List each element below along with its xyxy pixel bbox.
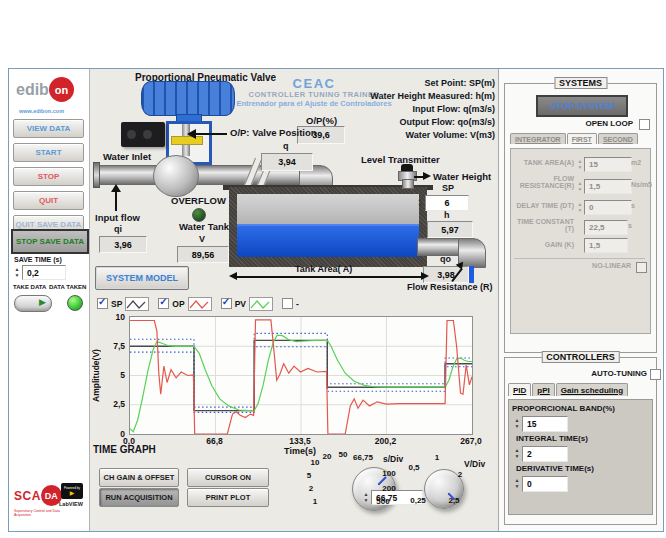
y-tick-0: 0 — [103, 429, 125, 439]
level-transmitter-cap — [401, 164, 413, 171]
time-graph-plot — [129, 316, 473, 435]
q-value: 3,94 — [261, 153, 313, 171]
systems-tab-second[interactable]: SECOND — [598, 133, 638, 144]
save-time-input[interactable]: 0,2 — [22, 265, 66, 280]
systems-tab-first[interactable]: FIRST — [567, 133, 597, 144]
it-spinner-arrows[interactable] — [513, 447, 521, 459]
sidebar-button-quit[interactable]: QUIT — [13, 191, 84, 210]
legend-checkbox-op[interactable] — [158, 298, 169, 309]
legend-line-sample-op — [188, 297, 212, 311]
controllers-tab-pid[interactable]: PID — [508, 383, 531, 396]
sdiv-spinner-arrows[interactable] — [362, 491, 370, 503]
open-loop-checkbox[interactable] — [639, 119, 650, 130]
water-tank-label: Water Tank — [179, 221, 229, 232]
header-legend-line-input-flow-q-m3-s: Input Flow: q(m3/s) — [315, 103, 495, 116]
tc-unit: s — [628, 222, 632, 229]
sdiv-tick-20: 20 — [323, 452, 332, 461]
legend-label-sp: SP — [111, 299, 122, 309]
cursor-on-button[interactable]: CURSOR ON — [187, 468, 269, 487]
sdiv-label: s/Div — [383, 454, 403, 464]
sdiv-tick-10: 10 — [311, 458, 320, 467]
tc-field-label: TIME CONSTANT (T) — [514, 218, 574, 232]
sp-input[interactable]: 6 — [425, 195, 469, 211]
tank-area-arrowhead-left-icon — [229, 272, 237, 280]
q-label: q — [283, 141, 289, 151]
sidebar-button-stop[interactable]: STOP — [13, 167, 84, 186]
legend-item-pv: PV — [221, 297, 273, 311]
pb-input[interactable]: 15 — [522, 416, 568, 432]
dt-spinner-arrows[interactable] — [513, 477, 521, 489]
toggle-arrow-icon: ▶ — [39, 297, 46, 307]
x-tick-267-0: 267,0 — [460, 436, 481, 446]
print-plot-button[interactable]: PRINT PLOT — [187, 488, 269, 507]
tc-value: 22,5 — [584, 220, 628, 235]
no-linear-checkbox[interactable] — [636, 262, 647, 273]
it-input[interactable]: 2 — [522, 446, 568, 462]
save-time-label: SAVE TIME (s) — [14, 256, 62, 263]
no-linear-label: NO-LINEAR — [561, 262, 631, 269]
run-acquisition-button[interactable]: RUN ACQUISITION — [99, 488, 179, 507]
legend-checkbox-pv[interactable] — [221, 298, 232, 309]
y-tick-7-5: 7,5 — [103, 341, 125, 351]
sp-spinner-arrows[interactable] — [416, 196, 424, 208]
data-taken-label: DATA TAKEN — [49, 284, 86, 290]
input-flow-arrow — [115, 191, 117, 211]
pb-spinner-arrows[interactable] — [513, 417, 521, 429]
sidebar-button-start[interactable]: START — [13, 143, 84, 162]
it-field-label: INTEGRAL TIME(s) — [516, 434, 588, 443]
save-time-spinner-arrows[interactable] — [13, 266, 21, 278]
valve-positioner — [121, 122, 165, 147]
system-model-button[interactable]: SYSTEM MODEL — [95, 266, 189, 290]
edibon-logo-text: edib — [16, 81, 49, 99]
gain-field-label: GAIN (K) — [530, 241, 574, 248]
controllers-tabs: PIDpPIGain scheduling — [508, 383, 629, 396]
vdiv-tick-0-25: 0,25 — [410, 496, 426, 505]
qo-label: qo — [440, 254, 451, 264]
overflow-led — [192, 208, 206, 222]
dt-input[interactable]: 0 — [522, 476, 568, 492]
header-legend-line-water-height-measured-h-m: Water Height Measured: h(m) — [315, 90, 495, 103]
sdiv-tick-100: 100 — [382, 469, 395, 478]
pneumatic-valve-actuator — [141, 81, 235, 116]
tank-area-field-label: TANK AREA(A) — [514, 159, 574, 166]
water-inlet-label: Water Inlet — [103, 151, 151, 162]
take-data-toggle[interactable]: ▶ — [14, 295, 52, 312]
tank-area-input: 15 — [584, 157, 632, 172]
delay-input: 0 — [584, 200, 632, 215]
x-tick-66-8: 66,8 — [206, 436, 223, 446]
delay-field-label: DELAY TIME (DT) — [510, 202, 574, 209]
sidebar: edib on www.edibon.com VIEW DATASTARTSTO… — [9, 69, 90, 531]
v-label: V — [199, 234, 205, 244]
stop-system-button[interactable]: STOP SYSTEM — [536, 95, 628, 117]
inlet-pipe-cap — [93, 162, 100, 188]
sdiv-tick-50: 50 — [339, 450, 348, 459]
controllers-tab-ppi[interactable]: pPI — [532, 383, 554, 396]
stop-save-data-button[interactable]: STOP SAVE DATA — [11, 229, 89, 254]
tank-area-arrowhead-right-icon — [421, 272, 429, 280]
h-value: 5,97 — [427, 221, 473, 238]
legend-item-sp: SP — [97, 297, 149, 311]
auto-tuning-checkbox[interactable] — [650, 369, 661, 380]
screenshot-stage: edib on www.edibon.com VIEW DATASTARTSTO… — [0, 0, 666, 538]
tank-area-spinner-arrows — [576, 158, 584, 170]
systems-tab-integrator[interactable]: INTEGRATOR — [510, 133, 566, 144]
ch-gain-offset-button[interactable]: CH GAIN & OFFSET — [99, 468, 179, 487]
labview-name: LabVIEW — [59, 501, 83, 507]
flow-res-spinner-arrows — [576, 180, 584, 192]
dt-field-label: DERIVATIVE TIME(s) — [516, 464, 594, 473]
legend-checkbox-item[interactable] — [282, 298, 293, 309]
sidebar-button-view-data[interactable]: VIEW DATA — [13, 119, 84, 138]
positioner-knob — [127, 130, 136, 139]
legend-checkbox-sp[interactable] — [97, 298, 108, 309]
header-legend-line-set-point-sp-m: Set Point: SP(m) — [315, 77, 495, 90]
controllers-tab-gain-scheduling[interactable]: Gain scheduling — [556, 383, 628, 396]
x-tick-200-2: 200,2 — [375, 436, 396, 446]
legend-line-sample-pv — [249, 297, 273, 311]
sidebar-buttons: VIEW DATASTARTSTOPQUITQUIT SAVE DATA — [13, 119, 84, 234]
vdiv-label: V/Div — [464, 459, 485, 469]
input-flow-label: Input flow — [95, 212, 140, 223]
sp-label: SP — [442, 183, 454, 193]
sdiv-tick-66-75: 66,75 — [353, 453, 373, 462]
y-axis-title: Amplitude(V) — [91, 333, 101, 419]
water-height-label: Water Height — [433, 171, 491, 182]
